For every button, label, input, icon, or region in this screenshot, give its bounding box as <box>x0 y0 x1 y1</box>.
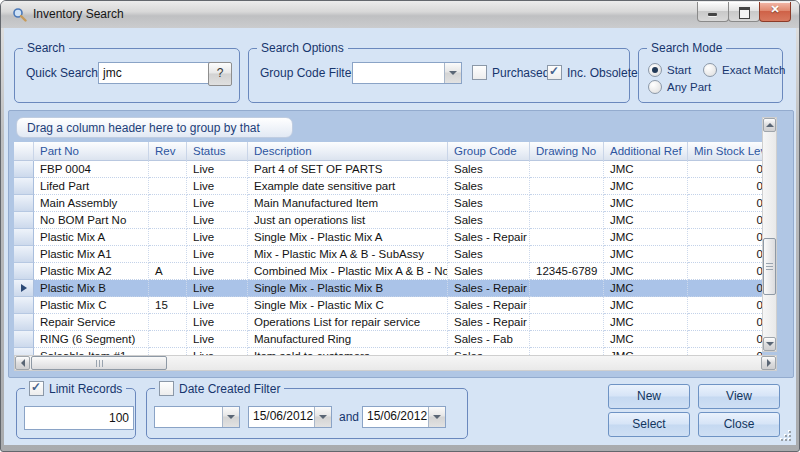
column-header-status[interactable]: Status <box>187 142 248 161</box>
start-radio-row[interactable]: Start <box>648 63 691 77</box>
table-row[interactable]: FBP 0004LivePart 4 of SET OF PARTSSalesJ… <box>14 161 762 178</box>
row-selector[interactable] <box>14 280 34 297</box>
cell-min-stock-level: 0 <box>688 212 762 229</box>
cell-part-no: Plastic Mix A1 <box>34 246 149 263</box>
table-row[interactable]: Lifed PartLiveExample date sensitive par… <box>14 178 762 195</box>
purchased-checkbox-row[interactable]: Purchased <box>472 65 549 80</box>
from-date-picker[interactable]: 15/06/2012 <box>248 406 332 428</box>
cell-part-no: Plastic Mix A <box>34 229 149 246</box>
row-selector[interactable] <box>14 263 34 280</box>
purchased-checkbox[interactable] <box>472 65 487 80</box>
resize-grip-icon[interactable] <box>781 431 792 442</box>
row-selector[interactable] <box>14 161 34 178</box>
date-filter-checkbox[interactable] <box>159 381 174 396</box>
table-row[interactable]: Plastic Mix C15LiveSingle Mix - Plastic … <box>14 297 762 314</box>
limit-records-input[interactable]: 100 <box>24 406 134 430</box>
cell-rev <box>149 246 187 263</box>
table-row[interactable]: No BOM Part NoLiveJust an operations lis… <box>14 212 762 229</box>
exact-match-radio-row[interactable]: Exact Match <box>703 63 785 77</box>
row-selector[interactable] <box>14 195 34 212</box>
row-selector[interactable] <box>14 314 34 331</box>
maximize-button[interactable] <box>728 2 760 22</box>
horizontal-scrollbar[interactable] <box>14 355 777 371</box>
quick-search-input[interactable]: jmc <box>98 62 216 84</box>
search-legend: Search <box>23 41 69 55</box>
group-by-hint: Drag a column header here to group by th… <box>16 117 293 138</box>
vertical-scroll-thumb[interactable] <box>763 238 776 295</box>
row-selector[interactable] <box>14 331 34 348</box>
close-button[interactable]: Close <box>698 412 780 437</box>
table-row[interactable]: Plastic Mix ALiveSingle Mix - Plastic Mi… <box>14 229 762 246</box>
maximize-icon <box>739 7 750 19</box>
inc-obsolete-checkbox-row[interactable]: Inc. Obsolete <box>547 65 638 80</box>
new-button[interactable]: New <box>608 384 690 409</box>
cell-drawing-no <box>530 161 604 178</box>
date-filter-legend: Date Created Filter <box>155 381 284 396</box>
group-code-filter-combo[interactable] <box>352 62 462 84</box>
close-icon: ✕ <box>760 3 790 16</box>
row-selector[interactable] <box>14 348 34 355</box>
column-header-group-code[interactable]: Group Code <box>448 142 530 161</box>
column-header-part-no[interactable]: Part No <box>34 142 149 161</box>
limit-records-checkbox[interactable] <box>29 381 44 396</box>
cell-additional-ref: JMC <box>604 229 688 246</box>
date-filter-mode-combo[interactable] <box>154 406 240 428</box>
table-row[interactable]: RING (6 Segment)LiveManufactured RingSal… <box>14 331 762 348</box>
cell-description: Mix - Plastic Mix A & B - SubAssy <box>248 246 448 263</box>
column-header-description[interactable]: Description <box>248 142 448 161</box>
cell-rev <box>149 331 187 348</box>
cell-group-code: Sales <box>448 212 530 229</box>
cell-group-code: Sales <box>448 263 530 280</box>
exact-match-radio[interactable] <box>703 63 717 77</box>
vertical-scrollbar[interactable] <box>762 117 777 352</box>
title-bar[interactable]: Inventory Search ✕ <box>1 1 799 28</box>
column-header-rev[interactable]: Rev <box>149 142 187 161</box>
cell-drawing-no <box>530 297 604 314</box>
column-header-min-stock-level[interactable]: Min Stock Lev <box>688 142 762 161</box>
row-selector[interactable] <box>14 297 34 314</box>
table-row[interactable]: Plastic Mix A1LiveMix - Plastic Mix A & … <box>14 246 762 263</box>
table-row[interactable]: Repair ServiceLiveOperations List for re… <box>14 314 762 331</box>
scroll-left-button[interactable] <box>15 356 30 370</box>
cell-group-code: Sales - Repair <box>448 229 530 246</box>
scroll-down-button[interactable] <box>763 337 776 351</box>
cell-additional-ref: JMC <box>604 297 688 314</box>
cell-description: Operations List for repair service <box>248 314 448 331</box>
cell-drawing-no <box>530 314 604 331</box>
date-filter-mode-dropdown-button[interactable] <box>222 407 239 427</box>
cell-group-code: Sales - Repair <box>448 280 530 297</box>
to-date-dropdown-button[interactable] <box>428 407 445 427</box>
inc-obsolete-checkbox[interactable] <box>547 65 562 80</box>
column-header-additional-ref[interactable]: Additional Ref <box>604 142 688 161</box>
group-code-filter-dropdown-button[interactable] <box>444 63 461 83</box>
quick-search-label: Quick Search <box>26 66 98 80</box>
to-date-picker[interactable]: 15/06/2012 <box>362 406 446 428</box>
start-radio[interactable] <box>648 63 662 77</box>
view-button[interactable]: View <box>698 384 780 409</box>
row-selector[interactable] <box>14 212 34 229</box>
any-part-radio[interactable] <box>648 80 662 94</box>
close-window-button[interactable]: ✕ <box>759 2 791 22</box>
quick-search-help-button[interactable]: ? <box>208 62 232 86</box>
scroll-up-button[interactable] <box>763 118 776 132</box>
inventory-grid[interactable]: Part NoRevStatusDescriptionGroup CodeDra… <box>14 142 762 355</box>
select-button[interactable]: Select <box>608 412 690 437</box>
horizontal-scroll-thumb[interactable] <box>31 356 167 370</box>
table-row[interactable]: Plastic Mix A2ALiveCombined Mix - Plasti… <box>14 263 762 280</box>
row-selector[interactable] <box>14 178 34 195</box>
from-date-dropdown-button[interactable] <box>314 407 331 427</box>
cell-group-code: Sales - Repair <box>448 297 530 314</box>
cell-rev <box>149 314 187 331</box>
any-part-radio-row[interactable]: Any Part <box>648 80 711 94</box>
table-row[interactable]: Saleable Item #1LiveItem sold to custome… <box>14 348 762 355</box>
column-header-drawing-no[interactable]: Drawing No <box>530 142 604 161</box>
quick-search-value: jmc <box>103 66 122 80</box>
table-row[interactable]: Plastic Mix BLiveSingle Mix - Plastic Mi… <box>14 280 762 297</box>
row-selector[interactable] <box>14 246 34 263</box>
cell-additional-ref: JMC <box>604 280 688 297</box>
table-row[interactable]: Main AssemblyLiveMain Manufactured ItemS… <box>14 195 762 212</box>
scroll-right-button[interactable] <box>761 356 776 370</box>
minimize-button[interactable] <box>697 2 729 22</box>
cell-rev <box>149 161 187 178</box>
row-selector[interactable] <box>14 229 34 246</box>
